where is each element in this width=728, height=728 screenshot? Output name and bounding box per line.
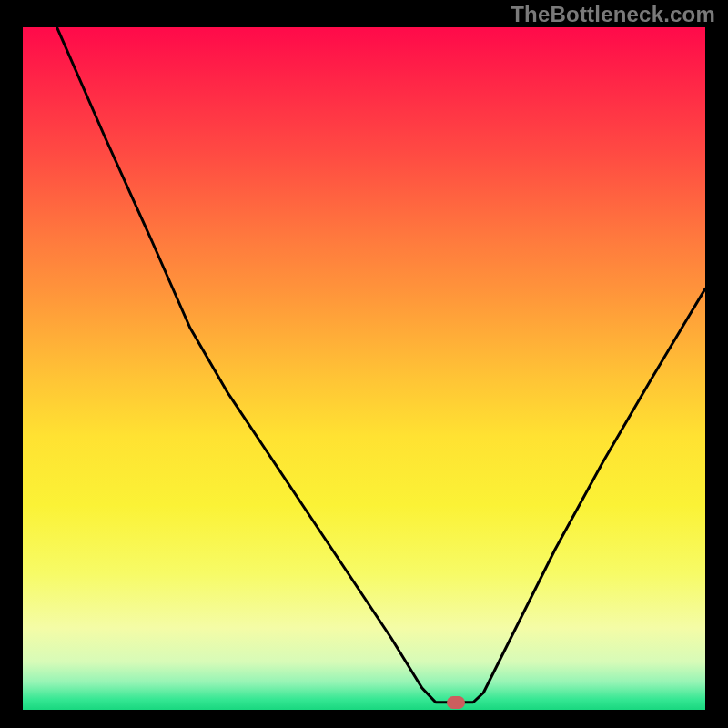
optimum-marker: [447, 696, 465, 709]
watermark-text: TheBottleneck.com: [511, 2, 715, 27]
plot-area: [23, 27, 705, 710]
chart-container: TheBottleneck.com: [0, 0, 728, 728]
bottleneck-curve: [23, 27, 705, 710]
